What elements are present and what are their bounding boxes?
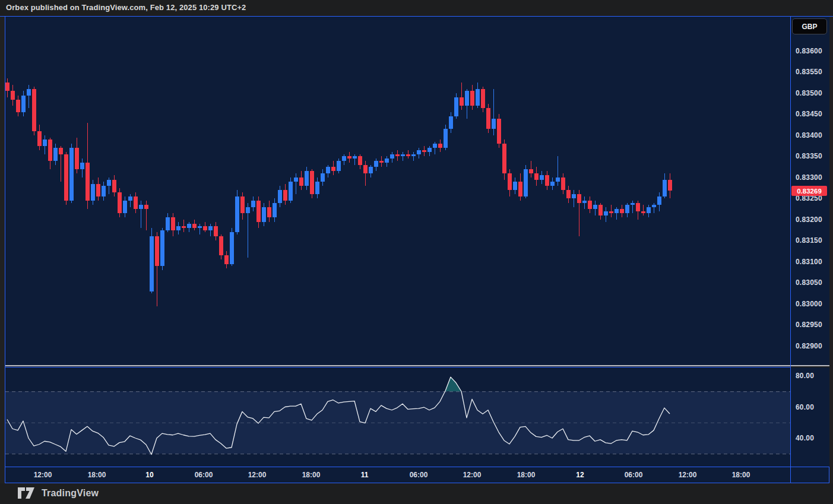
chart-left-border xyxy=(5,17,5,483)
time-axis-label: 18:00 xyxy=(302,471,321,479)
axis-divider-line xyxy=(790,17,791,483)
price-pane[interactable] xyxy=(5,17,790,366)
price-axis-label: 0.83400 xyxy=(796,131,822,140)
rsi-pane[interactable] xyxy=(5,367,790,467)
footer-bar: TradingView xyxy=(0,483,833,504)
rsi-axis-label: 60.00 xyxy=(796,403,814,411)
rsi-axis-label: 80.00 xyxy=(796,372,814,380)
price-axis-label: 0.83550 xyxy=(796,68,822,76)
tradingview-logo-icon xyxy=(18,487,36,499)
price-axis-label: 0.83050 xyxy=(796,278,822,287)
time-axis-label: 12:00 xyxy=(34,471,52,479)
time-axis-label: 06:00 xyxy=(625,471,643,479)
price-axis-label: 0.83200 xyxy=(796,215,822,224)
tradingview-chart-screenshot: Orbex published on TradingView.com, Feb … xyxy=(0,0,833,504)
last-price-badge: 0.83269 xyxy=(791,186,827,196)
price-axis-label: 0.82950 xyxy=(796,321,822,329)
time-axis-label: 11 xyxy=(361,471,369,479)
price-axis-label: 0.83100 xyxy=(796,258,822,266)
price-axis-label: 0.82900 xyxy=(796,342,822,350)
price-axis-label: 0.83300 xyxy=(796,173,822,182)
price-axis-label: 0.83350 xyxy=(796,152,822,160)
time-axis[interactable]: 12:0018:001006:0012:0018:001106:0012:001… xyxy=(5,467,829,483)
rsi-canvas[interactable] xyxy=(5,367,790,467)
time-axis-label: 12:00 xyxy=(679,471,697,479)
time-axis-label: 06:00 xyxy=(410,471,428,479)
time-axis-label: 12:00 xyxy=(463,471,482,479)
time-axis-label: 18:00 xyxy=(517,471,536,479)
tradingview-brand-text: TradingView xyxy=(42,488,99,499)
time-axis-label: 18:00 xyxy=(88,471,106,479)
last-price-value: 0.83269 xyxy=(797,188,822,195)
quote-currency-badge[interactable]: GBP xyxy=(792,18,827,34)
time-axis-label: 18:00 xyxy=(732,471,750,479)
quote-currency-label: GBP xyxy=(802,23,817,31)
rsi-axis-label: 40.00 xyxy=(796,434,814,442)
time-axis-label: 12:00 xyxy=(248,471,267,479)
price-axis-label: 0.83150 xyxy=(796,236,822,245)
rsi-axis[interactable]: 80.0060.0040.00 xyxy=(791,367,829,467)
time-axis-right-border xyxy=(829,467,829,483)
time-axis-label: 06:00 xyxy=(195,471,213,479)
price-axis-label: 0.83000 xyxy=(796,300,822,308)
time-axis-label: 12 xyxy=(576,471,584,479)
attribution-bar: Orbex published on TradingView.com, Feb … xyxy=(0,0,833,16)
price-axis-label: 0.83450 xyxy=(796,110,822,118)
pane-separator[interactable] xyxy=(5,365,829,366)
time-axis-label: 10 xyxy=(145,471,153,479)
price-axis-label: 0.83500 xyxy=(796,89,822,97)
attribution-text: Orbex published on TradingView.com, Feb … xyxy=(6,3,246,12)
candlestick-canvas[interactable] xyxy=(5,17,790,366)
tradingview-brand[interactable]: TradingView xyxy=(18,487,99,499)
price-axis-label: 0.83600 xyxy=(796,47,822,55)
